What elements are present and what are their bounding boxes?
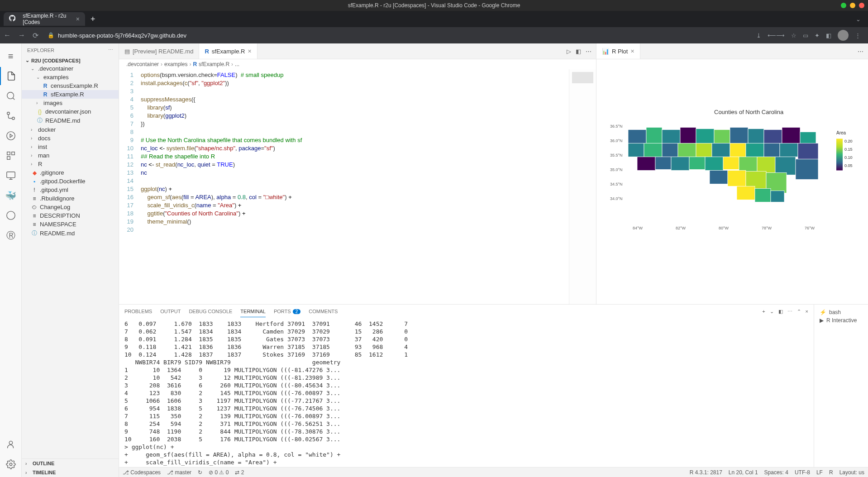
chrome-menu-icon[interactable]: ⋮	[855, 32, 861, 39]
status-r-version[interactable]: R 4.3.1: 2817	[690, 469, 722, 476]
tab-preview-readme[interactable]: ▤[Preview] README.md	[119, 43, 199, 59]
tab-comments[interactable]: COMMENTS	[309, 306, 338, 317]
plot-more-icon[interactable]: ⋯	[858, 48, 863, 55]
status-sync[interactable]: ↻	[198, 469, 202, 476]
file-sfexample[interactable]: RsfExample.R	[22, 90, 119, 99]
file-gitignore[interactable]: ◆.gitignore	[22, 168, 119, 177]
file-readme-2[interactable]: ⓘREADME.md	[22, 229, 119, 238]
browser-tab[interactable]: sfExample.R - r2u [Codes ×	[4, 12, 85, 26]
install-app-icon[interactable]: ⤓	[756, 32, 761, 39]
explorer-icon[interactable]	[0, 67, 22, 85]
github-activity-icon[interactable]	[0, 206, 22, 224]
panel-tabs: PROBLEMS OUTPUT DEBUG CONSOLE TERMINAL P…	[119, 305, 814, 318]
accounts-icon[interactable]	[0, 435, 22, 453]
folder-man[interactable]: ›man	[22, 151, 119, 160]
tab-debug[interactable]: DEBUG CONSOLE	[189, 306, 232, 317]
remote-icon[interactable]	[0, 167, 22, 185]
status-codespaces[interactable]: ⎇ Codespaces	[123, 469, 161, 476]
file-censusexample[interactable]: RcensusExample.R	[22, 81, 119, 90]
share-icon[interactable]: ⟵⟶	[768, 32, 785, 39]
file-gitpod-dockerfile[interactable]: ▪.gitpod.Dockerfile	[22, 177, 119, 186]
status-layout[interactable]: Layout: us	[839, 469, 864, 476]
tab-output[interactable]: OUTPUT	[160, 306, 181, 317]
file-namespace[interactable]: ≡NAMESPACE	[22, 220, 119, 229]
r-activity-icon[interactable]: Ⓡ	[0, 226, 22, 244]
terminal-output[interactable]: 6 0.097 1.670 1833 1833 Hertford 37091 3…	[119, 318, 814, 467]
minimize-button[interactable]	[841, 3, 846, 8]
reload-button[interactable]: ⟳	[33, 31, 38, 40]
side-panel-icon[interactable]: ◧	[826, 32, 831, 39]
explorer-title: EXPLORER	[27, 48, 54, 53]
outline-section[interactable]: ›OUTLINE	[22, 459, 119, 468]
explorer-more-icon[interactable]: ⋯	[108, 47, 113, 53]
docker-activity-icon[interactable]: 🐳	[0, 186, 22, 205]
close-tab-icon[interactable]: ×	[76, 15, 80, 23]
status-ports-forward[interactable]: ⇄ 2	[235, 469, 244, 476]
terminal-dropdown-icon[interactable]: ⌄	[770, 309, 774, 315]
folder-images[interactable]: ›images	[22, 99, 119, 107]
terminal-r-interactive[interactable]: ▶ R Interactive	[818, 316, 864, 324]
folder-docs[interactable]: ›docs	[22, 134, 119, 143]
close-tab-icon[interactable]: ×	[630, 48, 634, 55]
status-encoding[interactable]: UTF-8	[795, 469, 810, 476]
file-devcontainer-json[interactable]: {}devcontainer.json	[22, 107, 119, 116]
close-tab-icon[interactable]: ×	[248, 48, 251, 55]
file-readme-1[interactable]: ⓘREADME.md	[22, 116, 119, 125]
file-rbuildignore[interactable]: ≡.Rbuildignore	[22, 194, 119, 203]
new-terminal-icon[interactable]: +	[762, 309, 765, 315]
menu-icon[interactable]: ≡	[0, 47, 22, 65]
folder-r[interactable]: ›R	[22, 160, 119, 168]
tab-overflow-icon[interactable]: ⌄	[856, 16, 864, 23]
tab-rplot[interactable]: 📊R Plot×	[596, 43, 640, 59]
status-branch[interactable]: ⎇ master	[167, 469, 191, 476]
close-window-button[interactable]	[859, 3, 864, 8]
status-eol[interactable]: LF	[816, 469, 823, 476]
run-debug-icon[interactable]	[0, 127, 22, 145]
tab-ports[interactable]: PORTS2	[274, 306, 300, 317]
minimap[interactable]	[569, 69, 596, 304]
status-position[interactable]: Ln 20, Col 1	[729, 469, 758, 476]
run-icon[interactable]: ▷	[567, 48, 571, 55]
folder-docker[interactable]: ›docker	[22, 125, 119, 134]
panel-more-icon[interactable]: ⋯	[787, 309, 792, 315]
svg-rect-46	[655, 157, 671, 170]
file-gitpod-yml[interactable]: !.gitpod.yml	[22, 186, 119, 194]
extension-icon-1[interactable]: ▭	[803, 32, 808, 39]
profile-avatar[interactable]	[838, 30, 849, 41]
search-icon[interactable]	[0, 87, 22, 105]
folder-inst[interactable]: ›inst	[22, 143, 119, 151]
editor-more-icon[interactable]: ⋯	[586, 48, 591, 55]
bookmark-icon[interactable]: ☆	[791, 32, 796, 39]
split-editor-icon[interactable]: ◧	[576, 48, 581, 55]
maximize-panel-icon[interactable]: ⌃	[797, 309, 801, 315]
file-description[interactable]: ≡DESCRIPTION	[22, 211, 119, 220]
svg-rect-41	[746, 143, 764, 157]
back-button[interactable]: ←	[4, 31, 11, 39]
folder-devcontainer[interactable]: ⌄.devcontainer	[22, 64, 119, 73]
split-terminal-icon[interactable]: ◧	[778, 309, 783, 315]
status-spaces[interactable]: Spaces: 4	[764, 469, 788, 476]
forward-button[interactable]: →	[18, 31, 25, 39]
workspace-root[interactable]: ⌄R2U [CODESPACES]	[22, 57, 119, 64]
folder-examples[interactable]: ⌄examples	[22, 73, 119, 81]
status-lang[interactable]: R	[829, 469, 833, 476]
extensions-activity-icon[interactable]	[0, 147, 22, 165]
code-editor[interactable]: 1234567891011121314151617181920 options(…	[119, 69, 596, 304]
tab-problems[interactable]: PROBLEMS	[124, 306, 152, 317]
maximize-button[interactable]	[850, 3, 855, 8]
tab-sfexample[interactable]: RsfExample.R×	[199, 43, 257, 59]
timeline-section[interactable]: ›TIMELINE	[22, 468, 119, 477]
status-problems[interactable]: ⊘ 0 ⚠ 0	[209, 469, 229, 476]
url-box[interactable]: 🔒 humble-space-potato-5j7r664xq2v7gw.git…	[44, 32, 751, 39]
extensions-icon[interactable]: ✦	[815, 32, 820, 39]
tab-terminal[interactable]: TERMINAL	[240, 306, 266, 317]
file-changelog[interactable]: ⏲ChangeLog	[22, 203, 119, 211]
source-control-icon[interactable]	[0, 107, 22, 125]
breadcrumb[interactable]: .devcontainer› examples› RsfExample.R› .…	[119, 59, 596, 69]
close-panel-icon[interactable]: ×	[806, 309, 808, 315]
code-content[interactable]: options(bspm.version.check=FALSE) # smal…	[137, 69, 569, 304]
line-gutter: 1234567891011121314151617181920	[119, 69, 137, 304]
terminal-bash[interactable]: ⚡ bash	[818, 308, 864, 316]
settings-gear-icon[interactable]	[0, 455, 22, 473]
new-tab-button[interactable]: +	[91, 14, 95, 24]
